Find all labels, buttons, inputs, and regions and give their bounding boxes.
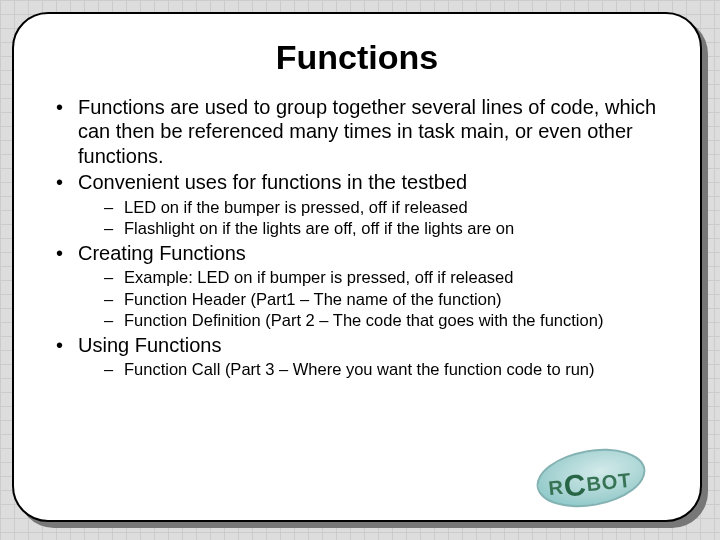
logo-letter: BOT (585, 469, 632, 496)
bullet-item: Functions are used to group together sev… (52, 95, 662, 168)
sub-item: Example: LED on if bumper is pressed, of… (102, 267, 662, 288)
bullet-item: Using Functions Function Call (Part 3 – … (52, 333, 662, 380)
bullet-list: Functions are used to group together sev… (52, 95, 662, 380)
sub-item: LED on if the bumper is pressed, off if … (102, 197, 662, 218)
sub-list: Example: LED on if bumper is pressed, of… (78, 267, 662, 331)
sub-item: Flashlight on if the lights are off, off… (102, 218, 662, 239)
bullet-text: Creating Functions (78, 242, 246, 264)
bullet-item: Convenient uses for functions in the tes… (52, 170, 662, 239)
sub-item: Function Definition (Part 2 – The code t… (102, 310, 662, 331)
sub-item: Function Call (Part 3 – Where you want t… (102, 359, 662, 380)
bullet-text: Convenient uses for functions in the tes… (78, 171, 467, 193)
bullet-text: Functions are used to group together sev… (78, 96, 656, 167)
sub-list: Function Call (Part 3 – Where you want t… (78, 359, 662, 380)
bullet-item: Creating Functions Example: LED on if bu… (52, 241, 662, 331)
logo-letter-big: C (562, 467, 588, 503)
slide-frame: Functions Functions are used to group to… (12, 12, 702, 522)
sub-list: LED on if the bumper is pressed, off if … (78, 197, 662, 239)
slide-title: Functions (52, 38, 662, 77)
sub-item: Function Header (Part1 – The name of the… (102, 289, 662, 310)
bullet-text: Using Functions (78, 334, 221, 356)
logo-icon: RCBOT (536, 450, 646, 506)
